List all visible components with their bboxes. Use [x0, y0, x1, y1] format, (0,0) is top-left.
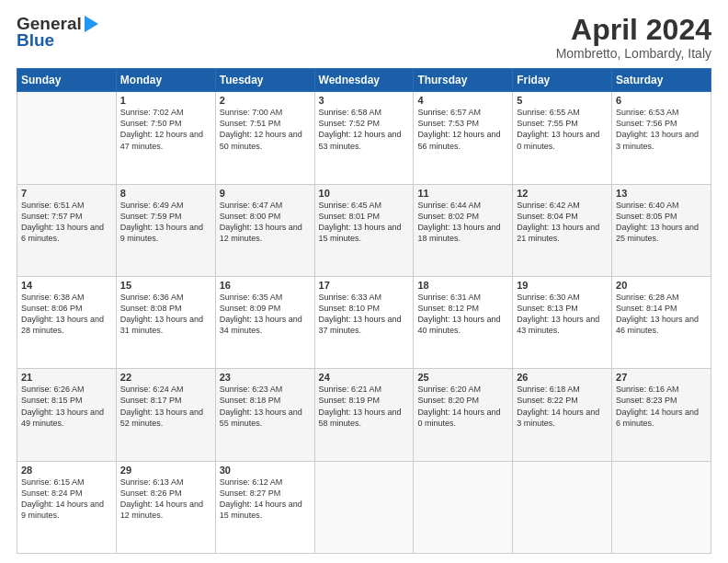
calendar-weekday-header: Monday	[116, 69, 215, 92]
day-number: 27	[616, 372, 707, 383]
day-info: Sunrise: 6:20 AMSunset: 8:20 PMDaylight:…	[417, 384, 508, 429]
day-info: Sunrise: 6:30 AMSunset: 8:13 PMDaylight:…	[517, 292, 608, 337]
day-number: 16	[220, 280, 311, 291]
calendar-weekday-header: Saturday	[612, 69, 711, 92]
calendar-weekday-header: Thursday	[414, 69, 513, 92]
calendar-day-cell: 24Sunrise: 6:21 AMSunset: 8:19 PMDayligh…	[314, 369, 414, 461]
header: General Blue April 2024 Mombretto, Lomba…	[17, 14, 711, 61]
calendar-day-cell: 6Sunrise: 6:53 AMSunset: 7:56 PMDaylight…	[612, 92, 711, 184]
day-info: Sunrise: 6:57 AMSunset: 7:53 PMDaylight:…	[417, 107, 508, 152]
day-info: Sunrise: 6:18 AMSunset: 8:22 PMDaylight:…	[517, 384, 608, 429]
day-number: 28	[21, 465, 112, 476]
day-number: 18	[417, 280, 508, 291]
day-number: 6	[616, 95, 707, 106]
calendar-day-cell: 1Sunrise: 7:02 AMSunset: 7:50 PMDaylight…	[116, 92, 215, 184]
day-number: 24	[319, 372, 410, 383]
calendar-day-cell: 30Sunrise: 6:12 AMSunset: 8:27 PMDayligh…	[215, 461, 314, 553]
day-info: Sunrise: 6:24 AMSunset: 8:17 PMDaylight:…	[120, 384, 211, 429]
calendar-day-cell	[612, 461, 711, 553]
day-info: Sunrise: 6:58 AMSunset: 7:52 PMDaylight:…	[319, 107, 410, 152]
calendar-day-cell: 29Sunrise: 6:13 AMSunset: 8:26 PMDayligh…	[116, 461, 215, 553]
calendar-day-cell: 28Sunrise: 6:15 AMSunset: 8:24 PMDayligh…	[17, 461, 117, 553]
day-info: Sunrise: 6:38 AMSunset: 8:06 PMDaylight:…	[21, 292, 112, 337]
calendar-day-cell: 13Sunrise: 6:40 AMSunset: 8:05 PMDayligh…	[612, 184, 711, 276]
day-number: 12	[517, 188, 608, 199]
calendar-day-cell: 23Sunrise: 6:23 AMSunset: 8:18 PMDayligh…	[215, 369, 314, 461]
day-info: Sunrise: 6:49 AMSunset: 7:59 PMDaylight:…	[120, 200, 211, 245]
location: Mombretto, Lombardy, Italy	[556, 46, 711, 61]
day-info: Sunrise: 6:45 AMSunset: 8:01 PMDaylight:…	[319, 200, 410, 245]
day-info: Sunrise: 6:35 AMSunset: 8:09 PMDaylight:…	[220, 292, 311, 337]
calendar-day-cell: 20Sunrise: 6:28 AMSunset: 8:14 PMDayligh…	[612, 276, 711, 368]
calendar-table: SundayMondayTuesdayWednesdayThursdayFrid…	[17, 68, 711, 554]
day-number: 4	[417, 95, 508, 106]
day-number: 13	[616, 188, 707, 199]
day-info: Sunrise: 6:42 AMSunset: 8:04 PMDaylight:…	[517, 200, 608, 245]
day-info: Sunrise: 6:23 AMSunset: 8:18 PMDaylight:…	[220, 384, 311, 429]
day-info: Sunrise: 6:13 AMSunset: 8:26 PMDaylight:…	[120, 477, 211, 522]
day-number: 1	[120, 95, 211, 106]
calendar-weekday-header: Sunday	[17, 69, 117, 92]
calendar-day-cell: 14Sunrise: 6:38 AMSunset: 8:06 PMDayligh…	[17, 276, 117, 368]
day-number: 20	[616, 280, 707, 291]
page: General Blue April 2024 Mombretto, Lomba…	[0, 0, 728, 563]
calendar-day-cell: 27Sunrise: 6:16 AMSunset: 8:23 PMDayligh…	[612, 369, 711, 461]
calendar-weekday-header: Wednesday	[314, 69, 414, 92]
day-number: 21	[21, 372, 112, 383]
day-info: Sunrise: 6:26 AMSunset: 8:15 PMDaylight:…	[21, 384, 112, 429]
calendar-week-row: 21Sunrise: 6:26 AMSunset: 8:15 PMDayligh…	[17, 369, 711, 461]
day-info: Sunrise: 7:00 AMSunset: 7:51 PMDaylight:…	[220, 107, 311, 152]
day-info: Sunrise: 6:15 AMSunset: 8:24 PMDaylight:…	[21, 477, 112, 522]
day-info: Sunrise: 6:12 AMSunset: 8:27 PMDaylight:…	[220, 477, 311, 522]
day-info: Sunrise: 6:36 AMSunset: 8:08 PMDaylight:…	[120, 292, 211, 337]
day-number: 3	[319, 95, 410, 106]
calendar-day-cell: 26Sunrise: 6:18 AMSunset: 8:22 PMDayligh…	[513, 369, 612, 461]
logo-arrow-icon	[85, 16, 98, 32]
day-number: 14	[21, 280, 112, 291]
day-number: 30	[220, 465, 311, 476]
day-info: Sunrise: 6:33 AMSunset: 8:10 PMDaylight:…	[319, 292, 410, 337]
day-number: 22	[120, 372, 211, 383]
day-info: Sunrise: 7:02 AMSunset: 7:50 PMDaylight:…	[120, 107, 211, 152]
calendar-day-cell: 16Sunrise: 6:35 AMSunset: 8:09 PMDayligh…	[215, 276, 314, 368]
day-info: Sunrise: 6:53 AMSunset: 7:56 PMDaylight:…	[616, 107, 707, 152]
day-number: 2	[220, 95, 311, 106]
calendar-day-cell	[17, 92, 117, 184]
calendar-day-cell: 21Sunrise: 6:26 AMSunset: 8:15 PMDayligh…	[17, 369, 117, 461]
day-info: Sunrise: 6:40 AMSunset: 8:05 PMDaylight:…	[616, 200, 707, 245]
calendar-day-cell: 8Sunrise: 6:49 AMSunset: 7:59 PMDaylight…	[116, 184, 215, 276]
calendar-day-cell: 5Sunrise: 6:55 AMSunset: 7:55 PMDaylight…	[513, 92, 612, 184]
calendar-week-row: 28Sunrise: 6:15 AMSunset: 8:24 PMDayligh…	[17, 461, 711, 553]
day-number: 23	[220, 372, 311, 383]
day-number: 9	[220, 188, 311, 199]
logo-blue: Blue	[17, 30, 54, 51]
calendar-body: 1Sunrise: 7:02 AMSunset: 7:50 PMDaylight…	[17, 92, 711, 554]
calendar-day-cell: 9Sunrise: 6:47 AMSunset: 8:00 PMDaylight…	[215, 184, 314, 276]
day-info: Sunrise: 6:28 AMSunset: 8:14 PMDaylight:…	[616, 292, 707, 337]
calendar-week-row: 7Sunrise: 6:51 AMSunset: 7:57 PMDaylight…	[17, 184, 711, 276]
day-info: Sunrise: 6:47 AMSunset: 8:00 PMDaylight:…	[220, 200, 311, 245]
calendar-day-cell: 25Sunrise: 6:20 AMSunset: 8:20 PMDayligh…	[414, 369, 513, 461]
calendar-week-row: 14Sunrise: 6:38 AMSunset: 8:06 PMDayligh…	[17, 276, 711, 368]
calendar-day-cell: 4Sunrise: 6:57 AMSunset: 7:53 PMDaylight…	[414, 92, 513, 184]
day-number: 25	[417, 372, 508, 383]
title-section: April 2024 Mombretto, Lombardy, Italy	[556, 14, 711, 61]
day-number: 7	[21, 188, 112, 199]
calendar-day-cell	[314, 461, 414, 553]
day-info: Sunrise: 6:21 AMSunset: 8:19 PMDaylight:…	[319, 384, 410, 429]
day-number: 5	[517, 95, 608, 106]
calendar-header-row: SundayMondayTuesdayWednesdayThursdayFrid…	[17, 69, 711, 92]
logo: General Blue	[17, 14, 99, 51]
day-info: Sunrise: 6:51 AMSunset: 7:57 PMDaylight:…	[21, 200, 112, 245]
calendar-day-cell	[414, 461, 513, 553]
calendar-day-cell: 12Sunrise: 6:42 AMSunset: 8:04 PMDayligh…	[513, 184, 612, 276]
day-info: Sunrise: 6:55 AMSunset: 7:55 PMDaylight:…	[517, 107, 608, 152]
calendar-day-cell: 11Sunrise: 6:44 AMSunset: 8:02 PMDayligh…	[414, 184, 513, 276]
calendar-weekday-header: Tuesday	[215, 69, 314, 92]
calendar-day-cell: 2Sunrise: 7:00 AMSunset: 7:51 PMDaylight…	[215, 92, 314, 184]
calendar-day-cell: 7Sunrise: 6:51 AMSunset: 7:57 PMDaylight…	[17, 184, 117, 276]
calendar-day-cell: 3Sunrise: 6:58 AMSunset: 7:52 PMDaylight…	[314, 92, 414, 184]
calendar-day-cell: 17Sunrise: 6:33 AMSunset: 8:10 PMDayligh…	[314, 276, 414, 368]
day-number: 11	[417, 188, 508, 199]
day-info: Sunrise: 6:31 AMSunset: 8:12 PMDaylight:…	[417, 292, 508, 337]
